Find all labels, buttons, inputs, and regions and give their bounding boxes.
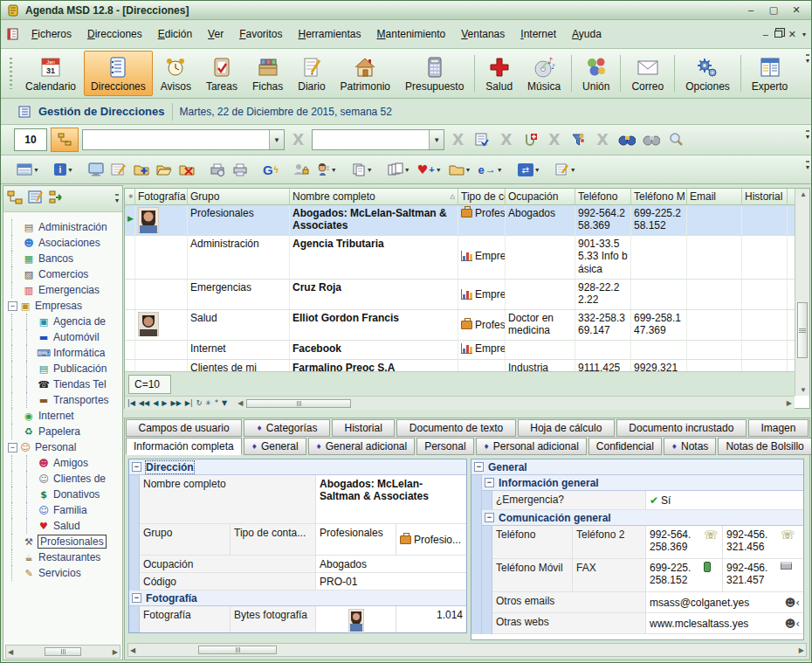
tree-item-servicios[interactable]: ✎Servicios (3, 565, 122, 581)
field-value[interactable]: www.mclesaltass.yes☻‹ (646, 613, 803, 633)
toolbar-button-salud[interactable]: Salud (478, 51, 520, 96)
section-informacion-general[interactable]: − Información general (482, 475, 803, 491)
funnel-filter-button[interactable] (568, 129, 588, 150)
field-value[interactable]: msass@colganet.yes☻‹ (646, 592, 803, 612)
nav-refresh-button[interactable]: ↻ (196, 399, 203, 407)
action-overflow-icon[interactable]: ▾ (806, 161, 809, 171)
tab-documento-de-texto[interactable]: Documento de texto (396, 419, 515, 437)
tab-historial[interactable]: Historial (332, 419, 395, 437)
record-count-input[interactable]: 10 (14, 128, 47, 151)
field-value[interactable]: ✔Sí (646, 491, 803, 509)
close-button[interactable]: ✕ (787, 3, 806, 17)
clear-search-1-button[interactable]: X (288, 131, 308, 148)
collapse-icon[interactable]: − (485, 478, 494, 487)
tree-item-bancos[interactable]: ▦Bancos (3, 251, 122, 266)
tree-item-personal[interactable]: −☺Personal (3, 439, 122, 455)
edit-record-button[interactable] (108, 158, 129, 181)
col-nombre[interactable]: Nombre completo△ (290, 189, 458, 204)
menu-mantenimiento[interactable]: Mantenimiento (369, 24, 454, 44)
menu-ficheros[interactable]: Ficheros (24, 24, 79, 44)
menu-ventanas[interactable]: Ventanas (453, 24, 513, 44)
menu-ayuda[interactable]: Ayuda (564, 24, 609, 44)
tab-documento-incrustado[interactable]: Documento incrustado (616, 419, 747, 437)
screen-view-button[interactable] (86, 158, 107, 181)
field-value[interactable]: 992-564.258.369 (646, 526, 700, 558)
field-value[interactable]: 1.014 (396, 606, 466, 633)
tree-item-internet[interactable]: ◉Internet (3, 408, 122, 424)
nav-filter-button[interactable]: ▼ (222, 399, 227, 407)
field-value[interactable]: Abogados: McLelan-Saltman & Associates (316, 475, 466, 523)
tab-imagen[interactable]: Imagen (748, 419, 809, 437)
layout-menu-button[interactable]: ▼ (14, 158, 42, 181)
copy-button[interactable]: ▼ (349, 158, 375, 181)
search-combo-1[interactable]: ▼ (82, 129, 285, 150)
nav-goto-button[interactable]: * (215, 399, 218, 407)
child-minimize-button[interactable]: – (763, 29, 768, 39)
field-value[interactable]: Profesio... (396, 524, 466, 555)
nav-last-button[interactable]: ▶| (185, 399, 193, 407)
scroll-left-icon[interactable]: ◀ (8, 648, 13, 656)
field-row[interactable]: Código PRO-01 (140, 573, 466, 590)
nav-prev-page-button[interactable]: ◀◀ (139, 399, 149, 407)
field-value[interactable]: PRO-01 (316, 573, 466, 590)
toolbar-button-diario[interactable]: Diario (291, 51, 332, 96)
collapse-icon[interactable]: − (8, 301, 17, 311)
tree-item-comercios[interactable]: ▨Comercios (3, 266, 122, 282)
combo-dropdown-icon[interactable]: ▼ (269, 130, 284, 149)
nav-first-button[interactable]: |◀ (127, 399, 135, 407)
tree-item-administracion[interactable]: ▤Administración (3, 219, 122, 235)
scroll-left-icon[interactable]: ◀ (237, 399, 243, 407)
search-combo-2[interactable]: ▼ (312, 129, 444, 150)
tree-item-transportes[interactable]: ▬Transportes (3, 392, 122, 408)
field-row[interactable]: Ocupación Abogados (140, 556, 466, 573)
collapse-icon[interactable]: − (132, 462, 141, 472)
toolbar-button-fichas[interactable]: Fichas (245, 51, 290, 96)
checklist-filter-button[interactable] (471, 129, 492, 150)
menu-internet[interactable]: Internet (513, 24, 564, 44)
combo-dropdown-icon[interactable]: ▼ (429, 130, 444, 149)
col-telefono-movil[interactable]: Teléfono M (631, 189, 687, 204)
scroll-left-icon[interactable]: ◀ (130, 646, 135, 654)
tree-edit-button[interactable] (28, 190, 44, 207)
tab-notas-de-bolsillo[interactable]: Notas de Bolsillo (718, 438, 811, 455)
info-menu-button[interactable]: i▼ (52, 158, 76, 181)
tree-item-automovil[interactable]: ▬Automóvil (3, 329, 122, 345)
field-row[interactable]: Grupo Tipo de conta... Profesionales Pro… (140, 524, 466, 556)
field-row[interactable]: Otras webs www.mclesaltass.yes☻‹ (492, 613, 803, 634)
nav-bookmark-button[interactable]: ✳ (205, 399, 211, 407)
table-row[interactable]: Salud Elliot Gordon Francis Profes Docto… (125, 310, 795, 341)
tree-item-publicacion[interactable]: ▤Publicación (3, 361, 122, 376)
toolbar-button-calendario[interactable]: Jan31 Calendario (18, 51, 83, 96)
minimize-button[interactable]: – (741, 3, 760, 17)
col-historial[interactable]: Historial (742, 189, 788, 204)
tree-item-familia[interactable]: ☺Familia (3, 502, 122, 518)
print-button[interactable] (230, 158, 251, 181)
tab-confidencial[interactable]: Confidencial (588, 438, 662, 455)
print-preview-button[interactable] (207, 158, 228, 181)
attach-filter-button[interactable] (520, 129, 540, 150)
table-row[interactable]: Administración Agencia Tributaria Empre … (125, 236, 795, 280)
detail-h-scrollbar[interactable]: ◀ ▶ (127, 643, 807, 657)
nav-next-button[interactable]: ▶ (162, 399, 167, 407)
google-search-button[interactable]: Gϟ (260, 158, 281, 181)
detail-h-thumb[interactable] (198, 646, 277, 654)
magnifier-button[interactable] (665, 129, 686, 150)
tree-item-amigos[interactable]: ☻Amigos (3, 455, 122, 471)
col-ocupacion[interactable]: Ocupación (506, 189, 575, 204)
tab-campos-de-usuario[interactable]: Campos de usuario (126, 419, 242, 437)
tree-item-informatica[interactable]: ⌨Informática (3, 345, 122, 361)
export-button[interactable]: e→▼ (476, 158, 506, 181)
toolbar-button-avisos[interactable]: Avisos (154, 51, 198, 96)
toolbar-button-patrimonio[interactable]: Patrimonio (334, 51, 397, 96)
scroll-down-icon[interactable]: ▼ (800, 386, 807, 394)
speak-contact-button[interactable]: ▼ (313, 158, 340, 181)
field-value[interactable]: Abogados (316, 556, 466, 572)
scroll-right-icon[interactable]: ▶ (799, 646, 804, 654)
menu-direcciones[interactable]: Direcciones (79, 24, 150, 44)
menu-favoritos[interactable]: Favoritos (231, 24, 290, 44)
duplicates-button[interactable]: ▼ (385, 158, 413, 181)
table-row[interactable]: Clientes de mi Farmalino Preoc S.A Indus… (125, 360, 795, 371)
tree-item-profesionales[interactable]: ⚒Profesionales (3, 534, 122, 549)
collapse-icon[interactable]: − (485, 513, 494, 522)
field-value[interactable]: Profesionales (316, 524, 396, 555)
